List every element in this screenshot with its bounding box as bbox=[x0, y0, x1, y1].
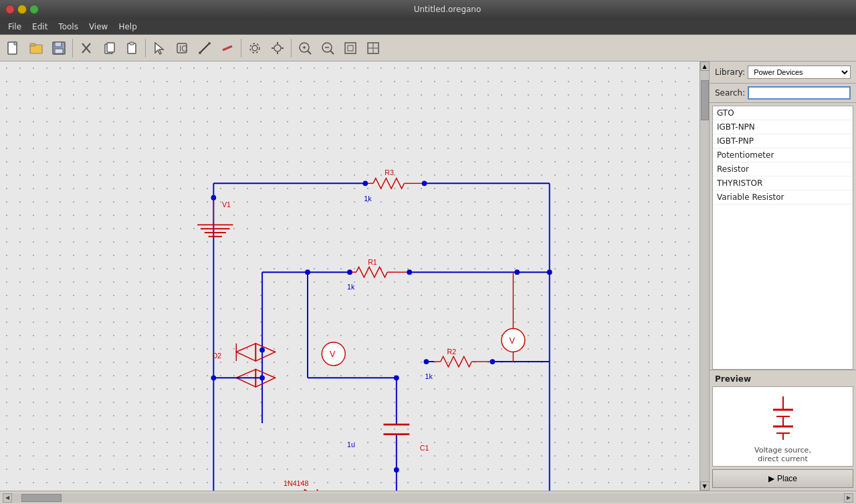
svg-point-64 bbox=[514, 269, 520, 275]
svg-text:R1: R1 bbox=[368, 258, 377, 266]
svg-marker-71 bbox=[255, 344, 275, 361]
component-item-gto[interactable]: GTO bbox=[713, 106, 853, 120]
settings-button-1[interactable] bbox=[244, 37, 265, 59]
component-list[interactable]: GTO IGBT-NPN IGBT-PNP Potentiometer Resi… bbox=[712, 106, 853, 370]
svg-text:V: V bbox=[510, 336, 516, 346]
menu-file[interactable]: File bbox=[3, 21, 27, 33]
menu-help[interactable]: Help bbox=[113, 21, 142, 33]
svg-text:C1: C1 bbox=[420, 444, 429, 452]
preview-description: Voltage source,direct current bbox=[754, 446, 811, 463]
component-item-igbt-npn[interactable]: IGBT-NPN bbox=[713, 120, 853, 134]
hscroll-right[interactable]: ▶ bbox=[844, 493, 853, 503]
close-button[interactable] bbox=[5, 5, 15, 14]
component-item-thyristor[interactable]: THYRISTOR bbox=[713, 176, 853, 191]
menu-view[interactable]: View bbox=[84, 21, 113, 33]
svg-text:1k: 1k bbox=[364, 195, 372, 203]
svg-text:D2: D2 bbox=[212, 352, 221, 360]
component-item-resistor[interactable]: Resistor bbox=[713, 162, 853, 176]
schematic-canvas[interactable]: R3 1k V1 bbox=[0, 61, 700, 491]
svg-text:R3: R3 bbox=[385, 168, 394, 176]
svg-point-54 bbox=[211, 195, 216, 201]
vscroll-up[interactable]: ▲ bbox=[700, 61, 710, 71]
svg-marker-12 bbox=[155, 43, 163, 54]
place-icon: ▶ bbox=[768, 474, 774, 483]
toolbar-sep-3 bbox=[241, 39, 241, 57]
library-row: Library: Power Devices Basic Digital Ana… bbox=[710, 61, 856, 84]
svg-rect-4 bbox=[55, 42, 62, 47]
toolbar-sep-1 bbox=[72, 39, 73, 57]
svg-point-91 bbox=[490, 359, 495, 364]
preview-section: Preview Voltage source,dir bbox=[710, 370, 856, 491]
canvas-vscrollbar[interactable]: ▲ ▼ bbox=[700, 61, 709, 491]
toolbar-sep-4 bbox=[291, 39, 292, 57]
svg-text:V: V bbox=[330, 350, 336, 359]
vscroll-down[interactable]: ▼ bbox=[700, 481, 710, 491]
minimize-button[interactable] bbox=[17, 5, 27, 14]
svg-point-44 bbox=[362, 180, 368, 186]
svg-marker-69 bbox=[236, 344, 255, 361]
titlebar: Untitled.oregano bbox=[0, 0, 856, 19]
hscroll-left[interactable]: ◀ bbox=[3, 493, 12, 503]
zoom-in-button[interactable] bbox=[294, 37, 316, 59]
svg-text:1u: 1u bbox=[347, 440, 355, 449]
svg-point-17 bbox=[208, 42, 211, 45]
library-label: Library: bbox=[715, 68, 745, 77]
select-tool[interactable] bbox=[148, 37, 170, 59]
svg-text:IC: IC bbox=[179, 44, 187, 53]
bus-tool[interactable] bbox=[217, 37, 238, 59]
svg-point-45 bbox=[422, 180, 427, 186]
library-select[interactable]: Power Devices Basic Digital Analog bbox=[748, 66, 851, 79]
search-input[interactable] bbox=[748, 86, 851, 100]
fit-button[interactable] bbox=[340, 37, 361, 59]
zoom-out-button[interactable] bbox=[317, 37, 338, 59]
canvas-area[interactable]: R3 1k V1 bbox=[0, 61, 700, 491]
svg-rect-11 bbox=[130, 42, 134, 45]
svg-point-19 bbox=[252, 45, 257, 51]
h-scrollbar[interactable] bbox=[12, 493, 844, 503]
statusbar: ◀ ▶ bbox=[0, 491, 856, 504]
component-tool[interactable]: IC bbox=[171, 37, 193, 59]
svg-point-68 bbox=[259, 348, 265, 353]
maximize-button[interactable] bbox=[29, 5, 39, 14]
svg-rect-34 bbox=[348, 45, 353, 51]
save-button[interactable] bbox=[48, 37, 70, 59]
search-row: Search: bbox=[710, 84, 856, 103]
svg-marker-115 bbox=[304, 489, 317, 491]
preview-svg bbox=[756, 390, 810, 443]
menu-edit[interactable]: Edit bbox=[27, 21, 53, 33]
svg-text:1k: 1k bbox=[347, 283, 355, 291]
wire-tool[interactable] bbox=[194, 37, 215, 59]
svg-point-62 bbox=[347, 269, 352, 275]
svg-point-21 bbox=[274, 45, 281, 51]
component-item-igbt-pnp[interactable]: IGBT-PNP bbox=[713, 134, 853, 148]
cut-button[interactable] bbox=[76, 37, 97, 59]
copy-button[interactable] bbox=[98, 37, 120, 59]
window-title: Untitled.oregano bbox=[44, 5, 851, 14]
svg-point-16 bbox=[199, 51, 201, 54]
svg-point-63 bbox=[407, 269, 412, 275]
svg-rect-5 bbox=[55, 49, 63, 53]
search-label: Search: bbox=[715, 88, 745, 98]
paste-button[interactable] bbox=[121, 37, 142, 59]
place-label: Place bbox=[777, 474, 797, 483]
place-button[interactable]: ▶ Place bbox=[712, 469, 853, 488]
svg-line-32 bbox=[330, 51, 334, 54]
hscroll-thumb[interactable] bbox=[21, 494, 62, 502]
right-panel: Library: Power Devices Basic Digital Ana… bbox=[709, 61, 856, 491]
menu-tools[interactable]: Tools bbox=[53, 21, 84, 33]
toolbar: IC bbox=[0, 35, 856, 61]
window-buttons bbox=[5, 5, 39, 14]
svg-line-29 bbox=[308, 51, 311, 54]
open-button[interactable] bbox=[25, 37, 47, 59]
svg-rect-9 bbox=[107, 43, 114, 52]
svg-text:V1: V1 bbox=[222, 201, 231, 209]
new-button[interactable] bbox=[3, 37, 24, 59]
grid-button[interactable] bbox=[362, 37, 384, 59]
main-area: R3 1k V1 bbox=[0, 61, 856, 491]
vscroll-thumb[interactable] bbox=[701, 80, 709, 120]
component-item-potentiometer[interactable]: Potentiometer bbox=[713, 148, 853, 162]
component-item-variable-resistor[interactable]: Variable Resistor bbox=[713, 191, 853, 205]
settings-button-2[interactable] bbox=[267, 37, 288, 59]
svg-point-90 bbox=[424, 359, 429, 364]
menubar: File Edit Tools View Help bbox=[0, 19, 856, 35]
